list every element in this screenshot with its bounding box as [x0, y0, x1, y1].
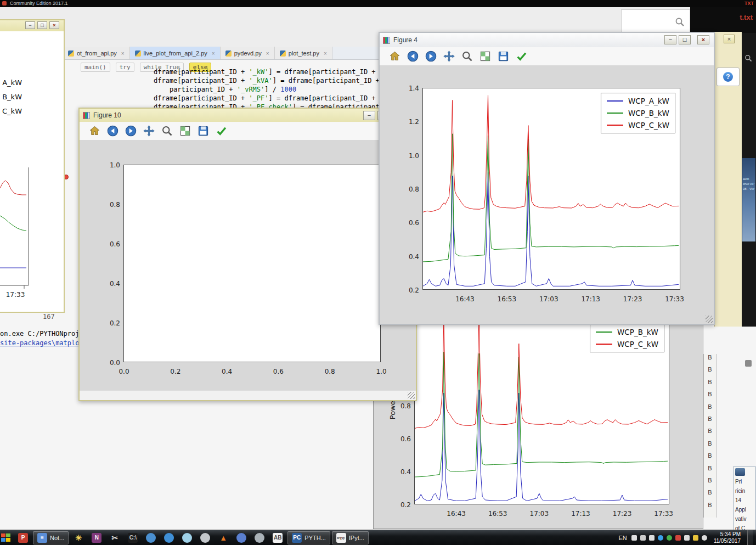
- back-button[interactable]: [407, 50, 419, 63]
- y-tick-label: 0.4: [110, 280, 120, 288]
- editor-tab[interactable]: plot_test.py×: [275, 47, 332, 60]
- taskbar-item-app-blue[interactable]: [143, 531, 159, 544]
- tray-sound-icon[interactable]: [702, 535, 707, 541]
- thumbnail-text: cher AP: [742, 182, 755, 187]
- x-tick-label: 17:33: [647, 510, 680, 518]
- status-bar: [80, 390, 416, 400]
- python-file-icon: [68, 50, 74, 57]
- customize-button[interactable]: [215, 125, 228, 137]
- back-button[interactable]: [106, 125, 119, 137]
- tab-close-icon[interactable]: ×: [212, 50, 215, 57]
- plot-axes: 0.20.40.60.81.01.21.4 16:4316:5317:0317:…: [414, 307, 669, 504]
- taskbar-item-notepad[interactable]: ≡Not...: [33, 531, 69, 544]
- legend-entry: WCP_B_kW: [607, 109, 669, 117]
- maximize-button[interactable]: [679, 35, 691, 44]
- home-button[interactable]: [88, 125, 101, 137]
- forward-button[interactable]: [425, 50, 437, 63]
- maximize-button[interactable]: [37, 21, 47, 29]
- y-tick-label: 0.2: [110, 319, 120, 327]
- help-icon[interactable]: [723, 72, 733, 82]
- resize-grip[interactable]: [408, 392, 415, 399]
- tray-status-red-icon[interactable]: [675, 535, 681, 541]
- plot-axes: 0.20.40.60.81.01.21.4 16:4316:5317:0317:…: [422, 88, 680, 290]
- pan-button[interactable]: [143, 125, 155, 137]
- save-button[interactable]: [497, 50, 510, 63]
- taskbar-item-command-prompt[interactable]: C:\: [125, 531, 141, 544]
- tab-close-icon[interactable]: ×: [121, 50, 125, 57]
- customize-button[interactable]: [515, 50, 528, 63]
- plot-lines-fragment[interactable]: [0, 30, 65, 305]
- save-button[interactable]: [197, 125, 210, 137]
- taskbar-item-snipping-tool[interactable]: ✂: [106, 531, 123, 544]
- close-button[interactable]: [49, 21, 59, 29]
- tray-bluetooth-icon[interactable]: [658, 535, 663, 541]
- editor-tab[interactable]: ot_from_api.py×: [63, 47, 130, 60]
- search-panel[interactable]: [621, 9, 690, 33]
- window-title-bar[interactable]: [0, 20, 64, 31]
- subplots-button[interactable]: [479, 50, 492, 63]
- taskbar-item-app-p[interactable]: P: [15, 531, 31, 544]
- breadcrumb-item[interactable]: try: [116, 63, 134, 72]
- taskbar-item-app-gray[interactable]: [197, 531, 213, 544]
- matplotlib-toolbar: [380, 47, 714, 66]
- show-desktop-button[interactable]: [747, 530, 753, 545]
- document-icon[interactable]: [735, 468, 745, 476]
- tray-flag-icon[interactable]: [693, 535, 698, 541]
- taskbar-item-ipython-window[interactable]: IP[y]:IPyt...: [332, 531, 369, 544]
- edit-icon[interactable]: [745, 360, 752, 367]
- x-tick-label: 17:33: [658, 295, 691, 303]
- minimize-button[interactable]: [664, 35, 676, 44]
- editor-tab[interactable]: pydevd.py×: [221, 47, 275, 60]
- tray-volume-icon[interactable]: [684, 535, 690, 541]
- matplotlib-toolbar: [80, 122, 416, 141]
- tab-close-icon[interactable]: ×: [266, 50, 269, 57]
- plot-canvas[interactable]: [124, 165, 381, 363]
- pan-button[interactable]: [443, 50, 455, 63]
- y-tick-label: 0.8: [409, 186, 419, 193]
- plot-axes: 0.00.20.40.60.81.0 0.00.20.40.60.81.0: [123, 165, 381, 362]
- tray-status-green-icon[interactable]: [667, 535, 672, 541]
- tray-network-icon[interactable]: [649, 535, 655, 541]
- subplots-button[interactable]: [179, 125, 191, 137]
- pycharm-window-icon: PC: [292, 533, 302, 543]
- python-file-icon: [280, 50, 286, 57]
- tab-close-icon[interactable]: ×: [324, 50, 327, 57]
- tray-keyboard-icon[interactable]: [631, 535, 637, 541]
- start-button[interactable]: [1, 533, 11, 542]
- breadcrumb-item[interactable]: main(): [81, 63, 110, 72]
- y-axis: 0.00.20.40.60.81.0: [93, 165, 120, 362]
- taskbar: P≡Not...☀N✂C:\▲ABPCPYTH...IP[y]:IPyt... …: [0, 530, 756, 545]
- language-indicator[interactable]: EN: [618, 535, 627, 541]
- taskbar-item-matlab[interactable]: ▲: [215, 531, 232, 544]
- zoom-button[interactable]: [161, 125, 173, 137]
- x-axis: 0.00.20.40.60.81.0: [124, 368, 380, 377]
- tray-arrow-up-icon[interactable]: [640, 535, 646, 541]
- window-title-bar[interactable]: Figure 10: [80, 109, 416, 122]
- taskbar-item-pycharm-window[interactable]: PCPYTH...: [287, 531, 330, 544]
- taskbar-item-compass-browser[interactable]: [161, 531, 177, 544]
- taskbar-item-app-blue-white[interactable]: [233, 531, 250, 544]
- taskbar-item-globe-browser[interactable]: [179, 531, 195, 544]
- minimize-button[interactable]: [363, 111, 375, 120]
- editor-tab[interactable]: live_plot_from_api_2.py×: [130, 47, 221, 60]
- forward-button[interactable]: [125, 125, 137, 137]
- taskbar-item-brightness[interactable]: ☀: [70, 531, 87, 544]
- zoom-button[interactable]: [461, 50, 473, 63]
- text-column-fragment: BBBBBBBBBBBBB: [703, 354, 716, 518]
- resize-grip[interactable]: [706, 316, 713, 323]
- close-icon[interactable]: [724, 35, 735, 43]
- search-icon[interactable]: [744, 54, 753, 63]
- webpage-thumbnail[interactable]: atchcher AP08 - Ver: [742, 158, 755, 241]
- code-line: participant_ID + '_vRMS'] / 1000: [154, 86, 380, 94]
- taskbar-item-onenote[interactable]: N: [88, 531, 105, 544]
- notepad-icon: ≡: [37, 533, 47, 543]
- home-button[interactable]: [388, 50, 401, 63]
- minimize-button[interactable]: [25, 21, 35, 29]
- taskbar-item-spellcheck[interactable]: AB: [269, 531, 286, 544]
- close-button[interactable]: [697, 35, 709, 44]
- window-title-bar[interactable]: Figure 4: [380, 33, 714, 47]
- clock[interactable]: 5:34 PM 11/05/2017: [710, 531, 744, 544]
- taskbar-item-app-sphere[interactable]: [251, 531, 268, 544]
- search-icon[interactable]: [674, 16, 685, 27]
- clock-time: 5:34 PM: [720, 531, 741, 538]
